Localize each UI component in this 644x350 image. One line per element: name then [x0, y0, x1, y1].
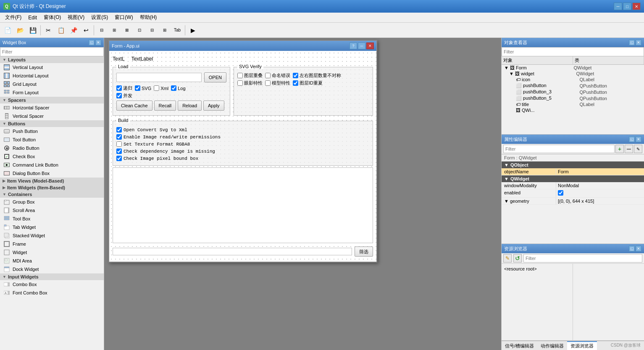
obj-row-pushbutton[interactable]: ⬜ pushButton QPushButton — [502, 82, 644, 89]
widget-box-filter[interactable] — [0, 47, 104, 56]
reload-button[interactable]: Reload — [178, 101, 202, 111]
obj-inspector-filter[interactable] — [502, 47, 644, 56]
checkbox-recursive[interactable]: 递归 — [116, 85, 132, 91]
widget-item-group-box[interactable]: Group Box — [0, 198, 104, 206]
widget-item-dialog-button-box[interactable]: Dialog Button Box — [0, 169, 104, 178]
toolbar-tab-order[interactable]: Tab — [171, 24, 183, 36]
checkbox-lr-mismatch[interactable]: 左右图层数量不对称 — [293, 72, 341, 79]
obj-row-pushbutton3[interactable]: ⬜ pushButton_3 QPushButton — [502, 89, 644, 95]
res-filter-input[interactable] — [523, 254, 642, 262]
form-help-button[interactable]: ? — [350, 42, 357, 49]
toolbar-paste[interactable]: 📌 — [68, 24, 79, 36]
prop-remove-button[interactable]: ─ — [625, 145, 633, 153]
widget-item-dock-widget[interactable]: Dock Widget — [0, 265, 104, 273]
widget-item-radio-button[interactable]: Radio Button — [0, 144, 104, 152]
res-browser-close[interactable]: ✕ — [636, 246, 641, 252]
toolbar-adjust[interactable]: ⊞ — [159, 24, 171, 36]
build-check-3[interactable] — [116, 141, 122, 147]
prop-editor-close[interactable]: ✕ — [636, 136, 641, 142]
tab-action-editor[interactable]: 动作编辑器 — [537, 341, 567, 350]
section-input-widgets[interactable]: ▼ Input Widgets — [0, 273, 104, 280]
build-check-5[interactable] — [116, 156, 122, 161]
widget-item-mdi-area[interactable]: MDI Area — [0, 257, 104, 265]
prop-row-geometry[interactable]: ▼ geometry [(0, 0), 644 x 415] — [502, 198, 644, 205]
toolbar-undo[interactable]: ↩ — [80, 24, 92, 36]
obj-row-qwi[interactable]: 🖼 QWi... — [502, 107, 644, 113]
checkbox-model-property[interactable]: 模型特性 — [265, 80, 290, 86]
maximize-button[interactable]: □ — [623, 3, 631, 10]
widget-item-grid-layout[interactable]: Grid Layout — [0, 80, 104, 88]
checkbox-svg[interactable]: SVG — [135, 85, 151, 91]
res-root-item[interactable]: <resource root> — [503, 265, 571, 272]
prop-row-windowmodality[interactable]: windowModality NonModal — [502, 182, 644, 189]
widget-item-push-button[interactable]: Push Button — [0, 127, 104, 135]
toolbar-layout-v[interactable]: ⊞ — [108, 24, 120, 36]
prop-row-enabled[interactable]: enabled — [502, 189, 644, 198]
open-button[interactable]: OPEN — [204, 72, 226, 82]
res-edit-button[interactable]: ✎ — [503, 254, 512, 262]
prop-add-button[interactable]: + — [615, 145, 624, 153]
obj-row-form[interactable]: ▼ 🖼 Form QWidget — [502, 65, 644, 71]
section-item-widgets[interactable]: ▶ Item Widgets (Item-Based) — [0, 184, 104, 191]
obj-inspector-float[interactable]: ◱ — [629, 40, 635, 45]
checkbox-layer-overlap[interactable]: 图层重叠 — [237, 72, 263, 79]
toolbar-layout-grid[interactable]: ⊠ — [121, 24, 133, 36]
tab-resource-browser[interactable]: 资源浏览器 — [567, 341, 597, 350]
menu-help[interactable]: 帮助(H) — [137, 13, 160, 22]
menu-file[interactable]: 文件(F) — [2, 13, 25, 22]
recall-button[interactable]: Recall — [154, 101, 176, 111]
section-containers[interactable]: ▼ Containers — [0, 191, 104, 198]
menu-window[interactable]: 窗口(W) — [111, 13, 136, 22]
obj-row-widget[interactable]: ▼ 🖼 widget QWidget — [502, 71, 644, 77]
form-minimize-button[interactable]: ─ — [358, 42, 365, 49]
checkbox-eye-property[interactable]: 眼影特性 — [237, 80, 263, 86]
obj-row-pushbutton5[interactable]: ⬜ pushButton_5 QPushButton — [502, 95, 644, 101]
widget-item-stacked-widget[interactable]: Stacked Widget — [0, 231, 104, 240]
toolbar-copy[interactable]: 📋 — [55, 24, 67, 36]
apply-button[interactable]: Apply — [203, 101, 224, 111]
tab-signal-slot[interactable]: 信号/槽编辑器 — [502, 341, 537, 350]
section-buttons[interactable]: ▼ Buttons — [0, 120, 104, 127]
widget-item-widget[interactable]: Widget — [0, 248, 104, 257]
menu-form[interactable]: 窗体(O) — [40, 13, 64, 22]
obj-inspector-close[interactable]: ✕ — [636, 40, 641, 45]
widget-item-frame[interactable]: Frame — [0, 240, 104, 248]
prop-row-objectname[interactable]: objectName Form — [502, 168, 644, 175]
checkbox-log[interactable]: Log — [171, 85, 185, 91]
checkbox-parallel[interactable]: 并发 — [116, 93, 132, 99]
section-item-views[interactable]: ▶ Item Views (Model-Based) — [0, 178, 104, 184]
checkbox-name-error[interactable]: 命名错误 — [265, 72, 290, 79]
widget-item-vertical-spacer[interactable]: Vertical Spacer — [0, 112, 104, 120]
load-path-input[interactable] — [116, 73, 202, 82]
checkbox-layer-id-dup[interactable]: 图层ID重夏 — [293, 80, 323, 86]
build-check-4[interactable] — [116, 148, 122, 154]
widget-item-tool-box[interactable]: Tool Box — [0, 215, 104, 223]
menu-edit[interactable]: Edit — [25, 14, 40, 21]
obj-row-title[interactable]: 🏷 title QLabel — [502, 101, 644, 107]
widget-item-horizontal-spacer[interactable]: Horizontal Spacer — [0, 103, 104, 112]
toolbar-save[interactable]: 💾 — [27, 24, 39, 36]
toolbar-preview[interactable]: ▶ — [187, 24, 199, 36]
section-layouts[interactable]: ▼ Layouts — [0, 56, 104, 63]
minimize-button[interactable]: ─ — [614, 3, 622, 10]
toolbar-break[interactable]: ⊟ — [146, 24, 158, 36]
filter-button[interactable]: 筛选 — [355, 247, 373, 257]
prop-editor-float[interactable]: ◱ — [629, 136, 635, 142]
widget-box-close[interactable]: ✕ — [95, 40, 101, 45]
widget-item-check-box[interactable]: ✓ Check Box — [0, 152, 104, 161]
toolbar-open[interactable]: 📂 — [14, 24, 26, 36]
menu-settings[interactable]: 设置(S) — [88, 13, 111, 22]
clean-cache-button[interactable]: Clean Cache — [116, 101, 152, 111]
menu-view[interactable]: 视图(V) — [64, 13, 88, 22]
toolbar-new[interactable]: 📄 — [2, 24, 13, 36]
close-button[interactable]: ✕ — [632, 3, 641, 10]
obj-row-icon[interactable]: 🏷 icon QLabel — [502, 77, 644, 82]
toolbar-layout-h[interactable]: ⊟ — [96, 24, 108, 36]
widget-item-combo-box[interactable]: Combo Box — [0, 280, 104, 289]
widget-item-scroll-area[interactable]: Scroll Area — [0, 206, 104, 215]
prop-filter-input[interactable] — [503, 145, 615, 153]
widget-item-vertical-layout[interactable]: Vertical Layout — [0, 63, 104, 72]
widget-item-tool-button[interactable]: Tool Button — [0, 135, 104, 144]
form-close-button[interactable]: ✕ — [366, 42, 374, 49]
prop-edit-button[interactable]: ✎ — [634, 145, 642, 153]
